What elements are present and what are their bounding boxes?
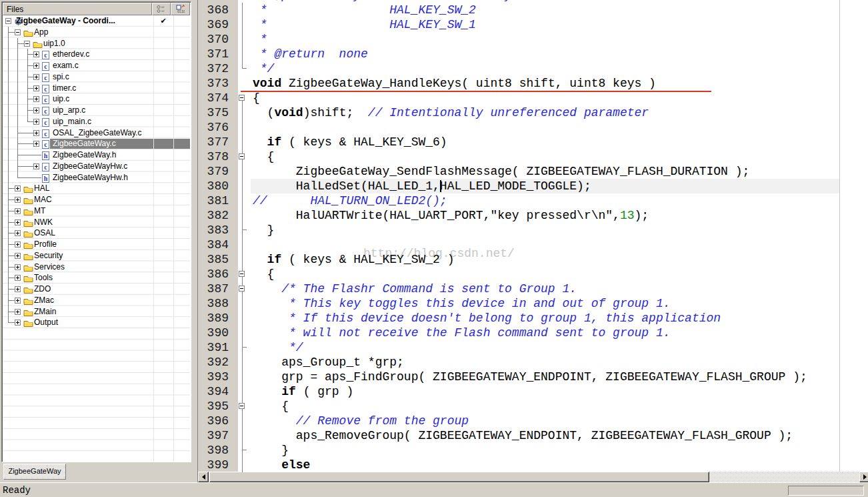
folder-icon xyxy=(23,229,33,241)
line-number: 392 xyxy=(198,355,231,370)
options-column-icon[interactable] xyxy=(152,3,171,15)
expand-icon[interactable] xyxy=(33,74,39,80)
tree-item-mt[interactable]: MT xyxy=(34,207,45,215)
document-tab[interactable]: ZigbeeGateWay xyxy=(3,464,66,480)
expand-icon[interactable] xyxy=(15,219,21,225)
expand-icon[interactable] xyxy=(33,51,39,57)
tree-item-osal[interactable]: OSAL xyxy=(34,229,55,237)
tree-item-hal[interactable]: HAL xyxy=(34,184,49,193)
tree-item-osal-zigbeegateway-c[interactable]: OSAL_ZigbeeGateWay.c xyxy=(53,129,141,137)
expand-icon[interactable] xyxy=(33,119,39,125)
tree-item-output[interactable]: Output xyxy=(34,318,58,327)
tree-item-tools[interactable]: Tools xyxy=(34,274,53,282)
tree-item-mac[interactable]: MAC xyxy=(34,195,52,204)
fold-end-tick xyxy=(243,347,247,348)
expand-icon[interactable] xyxy=(33,96,39,102)
tree-item-profile[interactable]: Profile xyxy=(34,240,57,249)
tree-item-zigbeegatewayhw-c[interactable]: ZigbeeGateWayHw.c xyxy=(53,162,127,171)
expand-icon[interactable] xyxy=(33,85,39,91)
code-line-383: } xyxy=(253,223,274,237)
file-tree[interactable]: ZigbeeGateWay - Coordi...✔Appuip1.0cethe… xyxy=(3,15,190,461)
c-file-icon: c xyxy=(42,139,49,151)
svg-text:c: c xyxy=(44,51,47,59)
tree-item-timer-c[interactable]: timer.c xyxy=(53,84,76,93)
expand-icon[interactable] xyxy=(33,163,39,169)
expand-icon[interactable] xyxy=(33,107,39,113)
expand-icon[interactable] xyxy=(15,241,21,247)
fold-line xyxy=(242,135,243,149)
fold-line xyxy=(242,443,243,458)
tree-item-zdo[interactable]: ZDO xyxy=(34,285,51,294)
code-area[interactable]: 367 * @param keys - bit field for key ev… xyxy=(198,0,868,482)
expand-icon[interactable] xyxy=(15,298,21,304)
tree-item-zigbeegatewayhw-h[interactable]: ZigbeeGateWayHw.h xyxy=(53,173,128,182)
expand-icon[interactable] xyxy=(15,309,21,315)
expand-icon[interactable] xyxy=(33,63,39,69)
expand-icon[interactable] xyxy=(15,286,21,292)
line-number: 381 xyxy=(198,193,231,208)
code-line-396: // Remove from the group xyxy=(253,414,469,428)
tree-item-services[interactable]: Services xyxy=(34,263,65,272)
tree-item-zigbeegateway-c[interactable]: ZigbeeGateWay.c xyxy=(53,139,116,148)
fold-collapse-icon[interactable] xyxy=(239,153,245,159)
status-bar: Ready xyxy=(0,482,868,497)
tree-item-uip-c[interactable]: uip.c xyxy=(53,95,69,103)
line-number: 398 xyxy=(198,443,231,458)
tree-item-app[interactable]: App xyxy=(34,28,48,37)
tree-item-zmain[interactable]: ZMain xyxy=(34,308,56,316)
text-caret xyxy=(440,180,441,192)
folder-icon xyxy=(23,318,33,330)
tree-item-nwk[interactable]: NWK xyxy=(34,218,53,227)
collapse-icon[interactable] xyxy=(15,29,21,35)
editor-panel[interactable]: http://blog.csdn.net/ 367 * @param keys … xyxy=(197,0,868,482)
folder-icon xyxy=(33,39,43,51)
expand-icon[interactable] xyxy=(15,208,21,214)
tree-item-zmac[interactable]: ZMac xyxy=(34,296,54,305)
line-number: 380 xyxy=(198,179,231,193)
expand-icon[interactable] xyxy=(15,275,21,281)
expand-icon[interactable] xyxy=(33,141,39,147)
tree-item-zigbeegateway-coordi-[interactable]: ZigbeeGateWay - Coordi... xyxy=(16,17,115,25)
files-header: Files 01 10 xyxy=(3,3,190,15)
output-column-icon[interactable]: 01 10 xyxy=(171,3,190,15)
tree-item-etherdev-c[interactable]: etherdev.c xyxy=(53,50,89,59)
expand-icon[interactable] xyxy=(15,264,21,270)
svg-text:c: c xyxy=(44,74,47,81)
collapse-icon[interactable] xyxy=(5,18,11,24)
line-number: 370 xyxy=(198,32,231,47)
ide-window: Files 01 10 xyxy=(0,0,868,497)
tree-item-uip1-0[interactable]: uip1.0 xyxy=(43,39,65,48)
fold-collapse-icon[interactable] xyxy=(239,271,245,277)
tree-item-security[interactable]: Security xyxy=(34,252,63,260)
expand-icon[interactable] xyxy=(15,230,21,236)
c-file-icon: c xyxy=(42,129,49,141)
expand-icon[interactable] xyxy=(15,320,21,326)
tree-item-exam-c[interactable]: exam.c xyxy=(53,61,79,70)
expand-icon[interactable] xyxy=(15,185,21,191)
tree-item-uip-arp-c[interactable]: uip_arp.c xyxy=(53,106,85,115)
tree-item-spi-c[interactable]: spi.c xyxy=(53,73,69,81)
fold-collapse-icon[interactable] xyxy=(239,286,245,292)
svg-text:h: h xyxy=(44,175,48,182)
line-number: 376 xyxy=(198,120,231,135)
c-file-icon: c xyxy=(42,84,49,96)
tree-item-uip-main-c[interactable]: uip_main.c xyxy=(53,117,91,126)
tree-item-zigbeegateway-h[interactable]: ZigbeeGateWay.h xyxy=(53,151,116,159)
collapse-icon[interactable] xyxy=(24,41,30,47)
fold-collapse-icon[interactable] xyxy=(239,403,245,409)
line-number: 393 xyxy=(198,370,231,384)
fold-line xyxy=(242,252,243,267)
folder-icon xyxy=(23,296,33,308)
code-line-387: /* The Flashr Command is sent to Group 1… xyxy=(253,282,577,296)
code-line-378: { xyxy=(253,149,274,164)
fold-line xyxy=(242,193,243,208)
expand-icon[interactable] xyxy=(15,197,21,203)
fold-line xyxy=(242,223,243,237)
fold-end-tick xyxy=(243,450,247,450)
expand-icon[interactable] xyxy=(33,130,39,136)
grid-line xyxy=(173,15,174,461)
expand-icon[interactable] xyxy=(15,253,21,259)
svg-text:c: c xyxy=(44,119,47,126)
fold-collapse-icon[interactable] xyxy=(239,95,245,101)
line-number: 378 xyxy=(198,149,231,164)
